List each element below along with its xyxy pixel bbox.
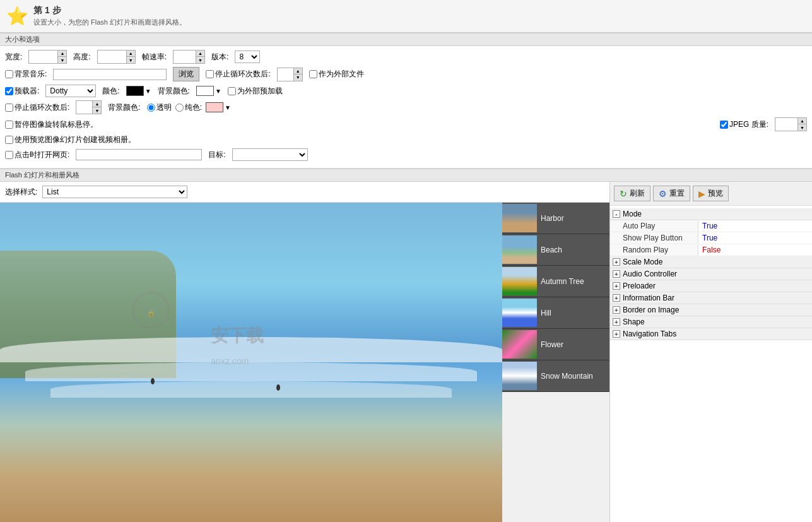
pause-check-label[interactable]: 暂停图像旋转鼠标悬停。 <box>5 119 98 130</box>
preloader-prop-header[interactable]: + Preloader <box>610 280 812 292</box>
stop-loop-up[interactable]: ▲ <box>293 68 302 74</box>
navtabs-label: Navigation Tabs <box>623 329 676 338</box>
thumb-item-autumntree[interactable]: Autumn Tree <box>502 266 609 297</box>
reset-button[interactable]: ⚙ 重置 <box>653 186 690 201</box>
width-up[interactable]: ▲ <box>57 50 66 57</box>
browse-button[interactable]: 浏览 <box>173 67 199 81</box>
thumb-item-harbor[interactable]: Harbor <box>502 203 609 234</box>
stop-loop2-checkbox[interactable] <box>5 104 13 112</box>
style-select[interactable]: ListFadeSlideZoom <box>42 186 187 198</box>
prop-section-preloader: + Preloader <box>610 280 812 292</box>
preloader-select[interactable]: DottyNoneBar <box>45 85 96 97</box>
width-down[interactable]: ▼ <box>57 57 66 63</box>
step-title: 第 1 步 <box>33 5 186 16</box>
height-up[interactable]: ▲ <box>126 50 135 57</box>
bg-music-input[interactable] <box>53 69 167 80</box>
version-select[interactable]: 8910 <box>235 50 260 63</box>
refresh-button[interactable]: ↻ 刷新 <box>614 186 650 201</box>
thumbnail-list[interactable]: Harbor Beach Autumn Tree Hill Flower <box>502 203 609 522</box>
random-play-value: False <box>698 244 812 256</box>
width-input[interactable]: 550 <box>29 52 57 62</box>
external-file-check-label[interactable]: 作为外部文件 <box>309 69 364 80</box>
preloader-checkbox[interactable] <box>5 87 13 95</box>
prop-section-scalemode: + Scale Mode <box>610 256 812 268</box>
style-row: 选择样式: ListFadeSlideZoom <box>0 182 609 203</box>
thumb-img-snowmountain <box>502 362 537 390</box>
solid-color-swatch[interactable] <box>206 102 223 112</box>
preview-icon: ▶ <box>698 189 705 199</box>
transparent-radio-label[interactable]: 透明 <box>147 102 172 113</box>
navtabs-header[interactable]: + Navigation Tabs <box>610 328 812 340</box>
solid-color-dropdown-icon[interactable]: ▼ <box>225 104 231 111</box>
thumb-item-beach[interactable]: Beach <box>502 234 609 266</box>
pause-checkbox[interactable] <box>5 121 13 129</box>
solid-radio-label[interactable]: 纯色: <box>175 102 202 113</box>
framerate-down[interactable]: ▼ <box>196 57 204 63</box>
height-label: 高度: <box>73 52 90 62</box>
stop-loop2-input[interactable]: 1 <box>76 102 92 112</box>
prop-section-navtabs: + Navigation Tabs <box>610 328 812 340</box>
shape-header[interactable]: + Shape <box>610 316 812 328</box>
settings-row-1: 宽度: 550 ▲ ▼ 高度: 300 ▲ ▼ 帧速率: 24 ▲ ▼ 版本: <box>5 50 807 64</box>
bg-music-checkbox[interactable] <box>5 70 13 78</box>
preloader-check-label[interactable]: 预载器: <box>5 86 39 97</box>
refresh-icon: ↻ <box>620 189 627 199</box>
thumb-img-beach <box>502 235 537 264</box>
thumb-item-hill[interactable]: Hill <box>502 297 609 329</box>
settings-row-2: 背景音乐: 浏览 停止循环次数后: 1 ▲ ▼ 作为外部文件 <box>5 67 807 81</box>
thumb-img-hill <box>502 299 537 327</box>
bg-color-dropdown-icon[interactable]: ▼ <box>215 88 221 95</box>
framerate-input[interactable]: 24 <box>174 52 196 62</box>
create-video-check-label[interactable]: 使用预览图像幻灯片创建视频相册。 <box>5 134 136 145</box>
solid-radio[interactable] <box>175 104 184 112</box>
section-size-options: 大小和选项 <box>0 33 812 46</box>
click-open-check-label[interactable]: 点击时打开网页: <box>5 150 69 160</box>
jpeg-checkbox[interactable] <box>720 121 728 129</box>
thumb-item-snowmountain[interactable]: Snow Mountain <box>502 360 609 392</box>
stop-loop-input-wrap: 1 ▲ ▼ <box>277 68 303 81</box>
stop-loop-down[interactable]: ▼ <box>293 74 302 81</box>
click-open-input[interactable] <box>76 149 202 160</box>
height-input[interactable]: 300 <box>98 52 126 62</box>
color-swatch[interactable] <box>126 86 144 96</box>
thumb-item-flower[interactable]: Flower <box>502 329 609 360</box>
stop-loop2-check-label[interactable]: 停止循环次数后: <box>5 102 69 113</box>
thumb-label-autumntree: Autumn Tree <box>537 275 609 288</box>
external-preload-check-label[interactable]: 为外部预加载 <box>228 86 283 97</box>
settings-row-4: 停止循环次数后: 1 ▲ ▼ 背景颜色: 透明 纯色: ▼ <box>5 100 807 114</box>
target-select[interactable] <box>232 148 308 161</box>
height-down[interactable]: ▼ <box>126 57 135 63</box>
prop-section-audiocontroller: + Audio Controller <box>610 268 812 280</box>
prop-row-showplay: Show Play Button True <box>610 232 812 244</box>
section-flash-style: Flash 幻灯片和相册风格 <box>0 169 812 182</box>
stop-loop2-up[interactable]: ▲ <box>92 101 101 107</box>
transparent-radio[interactable] <box>147 104 155 112</box>
stop-loop-check-label[interactable]: 停止循环次数后: <box>206 69 270 80</box>
reset-label: 重置 <box>669 188 685 199</box>
color-dropdown-icon[interactable]: ▼ <box>145 88 151 95</box>
external-preload-checkbox[interactable] <box>228 87 236 95</box>
jpeg-down[interactable]: ▼ <box>797 124 806 131</box>
stop-loop-checkbox[interactable] <box>206 70 214 78</box>
bg-color-swatch[interactable] <box>196 86 214 96</box>
wave3 <box>50 381 452 397</box>
framerate-up[interactable]: ▲ <box>196 50 204 57</box>
settings-row-7: 点击时打开网页: 目标: <box>5 148 807 161</box>
jpeg-check-label[interactable]: JPEG 质量: <box>720 119 768 130</box>
stop-loop2-down[interactable]: ▼ <box>92 107 101 114</box>
jpeg-up[interactable]: ▲ <box>797 118 806 124</box>
stop-loop-input[interactable]: 1 <box>278 69 293 80</box>
infobar-header[interactable]: + Information Bar <box>610 292 812 304</box>
audiocontroller-header[interactable]: + Audio Controller <box>610 268 812 280</box>
preview-button[interactable]: ▶ 预览 <box>693 186 729 201</box>
bg-music-check-label[interactable]: 背景音乐: <box>5 69 47 80</box>
shape-label: Shape <box>623 317 645 326</box>
external-file-checkbox[interactable] <box>309 70 317 78</box>
jpeg-input[interactable]: 75 <box>775 119 797 129</box>
click-open-checkbox[interactable] <box>5 151 13 159</box>
borderonimage-header[interactable]: + Border on Image <box>610 304 812 316</box>
mode-section-header[interactable]: - Mode <box>610 208 812 220</box>
color-label: 颜色: <box>102 86 119 97</box>
create-video-checkbox[interactable] <box>5 136 13 144</box>
scalemode-header[interactable]: + Scale Mode <box>610 256 812 268</box>
